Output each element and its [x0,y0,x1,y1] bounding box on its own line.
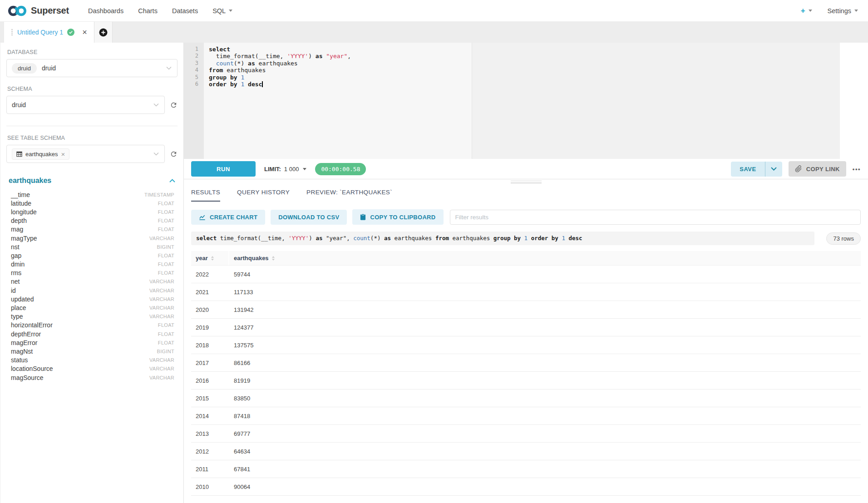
schema-column: __timeTIMESTAMP [6,190,178,199]
drag-dots-icon[interactable] [11,29,13,36]
remove-table-icon[interactable]: × [61,151,65,158]
sort-icon[interactable] [272,256,275,261]
column-type: VARCHAR [149,296,174,302]
new-tab-button[interactable] [94,22,113,43]
table-row: 2021117133 [191,283,861,301]
table-row: 201167841 [191,460,861,478]
copy-link-button[interactable]: COPY LINK [789,161,846,177]
column-type: VARCHAR [149,236,174,241]
table-schema-header[interactable]: earthquakes [9,177,175,185]
brand[interactable]: Superset [7,4,69,18]
navbar-menu: DashboardsChartsDatasetsSQL [81,7,240,15]
schema-column: locationSourceVARCHAR [6,365,178,373]
column-type: FLOAT [158,322,174,328]
run-button[interactable]: RUN [191,161,256,177]
schema-column: updatedVARCHAR [6,295,178,303]
table-cell: 2022 [191,266,229,283]
save-dropdown-button[interactable] [765,162,782,177]
download-csv-button[interactable]: DOWNLOAD TO CSV [271,210,347,225]
nav-item-datasets[interactable]: Datasets [165,7,205,15]
database-select[interactable]: druid druid [6,59,178,77]
filter-results-input[interactable] [450,210,861,225]
column-type: BIGINT [157,244,174,250]
editor-toolbar: RUN LIMIT: 1 000 00:00:00.58 SAVE [184,159,868,179]
query-tab[interactable]: Untitled Query 1 × [4,22,94,43]
settings-label: Settings [828,7,851,15]
column-type: FLOAT [158,270,174,276]
schema-column: horizontalErrorFLOAT [6,321,178,330]
top-navbar: Superset DashboardsChartsDatasetsSQL + S… [0,0,868,22]
column-name: depth [11,217,27,224]
line-number: 5 [184,74,204,81]
table-cell: 87418 [229,407,255,424]
column-name: updated [11,296,34,303]
table-cell: 131942 [229,301,258,318]
column-header-label: year [196,255,208,261]
sql-editor[interactable]: 123456 select time_format(__time, 'YYYY'… [184,43,840,159]
more-options-button[interactable]: ••• [853,166,861,173]
table-row: 201681919 [191,372,861,390]
create-chart-button[interactable]: CREATE CHART [191,210,265,225]
schema-value: druid [12,101,26,108]
results-tabs: RESULTSQUERY HISTORYPREVIEW: `EARTHQUAKE… [184,184,868,202]
line-number: 6 [184,81,204,88]
results-tab-query-history[interactable]: QUERY HISTORY [237,189,290,202]
refresh-schema-button[interactable] [170,101,178,109]
sort-icon[interactable] [211,256,214,261]
collapse-chevron-up-icon[interactable] [169,179,175,182]
clipboard-icon [360,213,366,221]
pane-resize-handle[interactable] [184,179,868,184]
table-row: 202259744 [191,266,861,283]
schema-column: magFLOAT [6,225,178,234]
schema-column: typeVARCHAR [6,312,178,321]
settings-menu[interactable]: Settings [828,7,858,15]
refresh-icon [170,101,178,109]
column-name: rms [11,269,21,276]
caret-down-icon [809,10,812,12]
plus-label: + [801,6,805,15]
database-type-pill: druid [12,63,37,74]
table-select[interactable]: earthquakes × [6,145,165,163]
schema-column: nstBIGINT [6,242,178,251]
column-name: nst [11,243,20,251]
nav-item-charts[interactable]: Charts [131,7,165,15]
column-name: longitude [11,208,37,216]
column-type: VARCHAR [149,366,174,371]
column-name: depthError [11,330,41,338]
code-line: count(*) as earthquakes [209,60,840,67]
line-number: 2 [184,53,204,59]
code-line: order by 1 desc [209,81,840,88]
database-value: druid [42,64,56,72]
column-header-earthquakes[interactable]: earthquakes [229,251,861,265]
table-icon [16,151,22,157]
column-name: magNst [11,348,33,355]
refresh-table-button[interactable] [170,150,178,158]
table-cell: 64634 [229,443,255,460]
column-type: FLOAT [158,253,174,258]
save-button[interactable]: SAVE [731,162,765,177]
code-line: select [209,46,840,53]
nav-item-sql[interactable]: SQL [205,7,240,15]
table-cell: 2012 [191,443,229,460]
line-number: 4 [184,67,204,74]
query-tabstrip: Untitled Query 1 × [0,22,868,43]
new-item-menu-button[interactable]: + [801,6,812,15]
copy-clipboard-button[interactable]: COPY TO CLIPBOARD [352,209,443,225]
main-pane: 123456 select time_format(__time, 'YYYY'… [184,43,868,503]
results-tab-results[interactable]: RESULTS [191,189,220,202]
caret-down-icon [303,168,306,170]
column-header-year[interactable]: year [191,251,229,265]
close-tab-icon[interactable]: × [82,28,87,36]
limit-dropdown[interactable]: LIMIT: 1 000 [264,166,306,173]
column-name: magError [11,339,37,346]
query-tab-label: Untitled Query 1 [17,29,63,36]
column-type: VARCHAR [149,279,174,284]
results-table: yearearthquakes 202259744202111713320201… [191,251,861,496]
column-type: FLOAT [158,209,174,215]
nav-item-dashboards[interactable]: Dashboards [81,7,131,15]
table-cell: 59744 [229,266,255,283]
results-tab-preview-earthquakes[interactable]: PREVIEW: `EARTHQUAKES` [306,189,392,202]
schema-select[interactable]: druid [6,96,165,114]
column-name: magType [11,235,37,242]
table-cell: 2021 [191,283,229,301]
